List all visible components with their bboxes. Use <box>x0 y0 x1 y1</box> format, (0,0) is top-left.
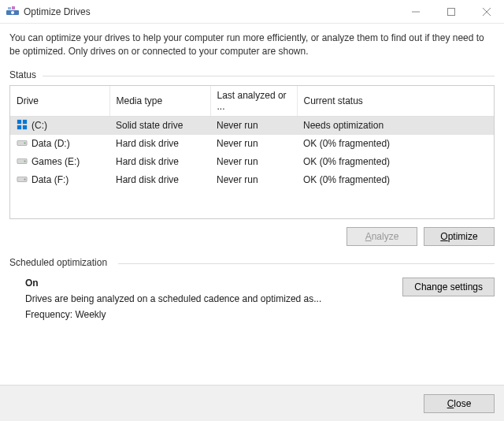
close-window-button[interactable] <box>469 0 504 23</box>
description-text: You can optimize your drives to help you… <box>9 32 495 58</box>
schedule-frequency: Frequency: Weekly <box>25 309 393 320</box>
column-header-drive[interactable]: Drive <box>10 86 109 117</box>
drive-name: Data (D:) <box>32 138 70 149</box>
drive-media-type: Solid state drive <box>109 116 210 135</box>
drive-media-type: Hard disk drive <box>109 153 210 171</box>
drive-last-analyzed: Never run <box>210 171 297 189</box>
drive-last-analyzed: Never run <box>210 135 297 153</box>
svg-rect-11 <box>23 125 27 129</box>
column-header-status[interactable]: Current status <box>297 86 494 117</box>
close-icon <box>483 8 491 16</box>
svg-rect-9 <box>23 119 27 123</box>
maximize-icon <box>447 8 455 16</box>
svg-point-15 <box>24 160 25 162</box>
drive-status: OK (0% fragmented) <box>297 171 494 189</box>
svg-rect-5 <box>447 8 454 15</box>
change-settings-button[interactable]: Change settings <box>402 278 495 296</box>
drive-name: Games (E:) <box>32 156 80 167</box>
minimize-button[interactable] <box>398 0 433 23</box>
drive-icon <box>17 119 28 132</box>
drive-name: (C:) <box>32 120 47 131</box>
defrag-app-icon <box>6 6 19 18</box>
schedule-state: On <box>25 278 393 289</box>
drive-status: OK (0% fragmented) <box>297 135 494 153</box>
window-controls <box>398 0 504 23</box>
action-button-row: Analyze Optimize <box>9 227 495 246</box>
close-button[interactable]: Close <box>424 394 495 413</box>
drive-icon <box>17 173 28 187</box>
drive-table[interactable]: Drive Media type Last analyzed or ... Cu… <box>10 86 494 189</box>
drive-media-type: Hard disk drive <box>109 171 210 189</box>
svg-rect-8 <box>17 119 21 123</box>
minimize-icon <box>412 8 420 16</box>
titlebar: Optimize Drives <box>0 0 504 24</box>
scheduled-label-text: Scheduled optimization <box>9 257 107 268</box>
drive-status: Needs optimization <box>297 116 494 135</box>
column-header-media[interactable]: Media type <box>109 86 210 117</box>
analyze-button[interactable]: Analyze <box>346 227 417 246</box>
window-title: Optimize Drives <box>24 6 398 17</box>
svg-point-1 <box>11 11 14 14</box>
drive-media-type: Hard disk drive <box>109 135 210 153</box>
svg-rect-3 <box>12 6 15 9</box>
svg-point-17 <box>24 178 25 180</box>
svg-rect-10 <box>17 125 21 129</box>
drive-last-analyzed: Never run <box>210 116 297 135</box>
frequency-label: Frequency: <box>25 309 72 320</box>
schedule-description: Drives are being analyzed on a scheduled… <box>25 293 393 304</box>
table-header-row: Drive Media type Last analyzed or ... Cu… <box>10 86 494 117</box>
drive-icon <box>17 155 28 169</box>
table-row[interactable]: Games (E:)Hard disk driveNever runOK (0%… <box>10 153 494 171</box>
svg-point-13 <box>24 142 25 143</box>
table-row[interactable]: (C:)Solid state driveNever runNeeds opti… <box>10 116 494 135</box>
table-row[interactable]: Data (D:)Hard disk driveNever runOK (0% … <box>10 135 494 153</box>
table-row[interactable]: Data (F:)Hard disk driveNever runOK (0% … <box>10 171 494 189</box>
drive-icon <box>17 137 28 151</box>
optimize-button[interactable]: Optimize <box>424 227 495 246</box>
scheduled-section-label: Scheduled optimization <box>9 257 495 268</box>
dialog-footer: Close <box>0 385 504 421</box>
drive-last-analyzed: Never run <box>210 153 297 171</box>
status-section-label: Status <box>9 69 495 80</box>
column-header-analyzed[interactable]: Last analyzed or ... <box>210 86 297 117</box>
drive-table-container: Drive Media type Last analyzed or ... Cu… <box>9 85 495 219</box>
drive-name: Data (F:) <box>32 174 69 185</box>
svg-rect-2 <box>8 7 11 9</box>
status-label-text: Status <box>9 69 36 80</box>
frequency-value: Weekly <box>75 309 106 320</box>
scheduled-content: On Drives are being analyzed on a schedu… <box>9 273 495 320</box>
drive-status: OK (0% fragmented) <box>297 153 494 171</box>
maximize-button[interactable] <box>433 0 469 23</box>
